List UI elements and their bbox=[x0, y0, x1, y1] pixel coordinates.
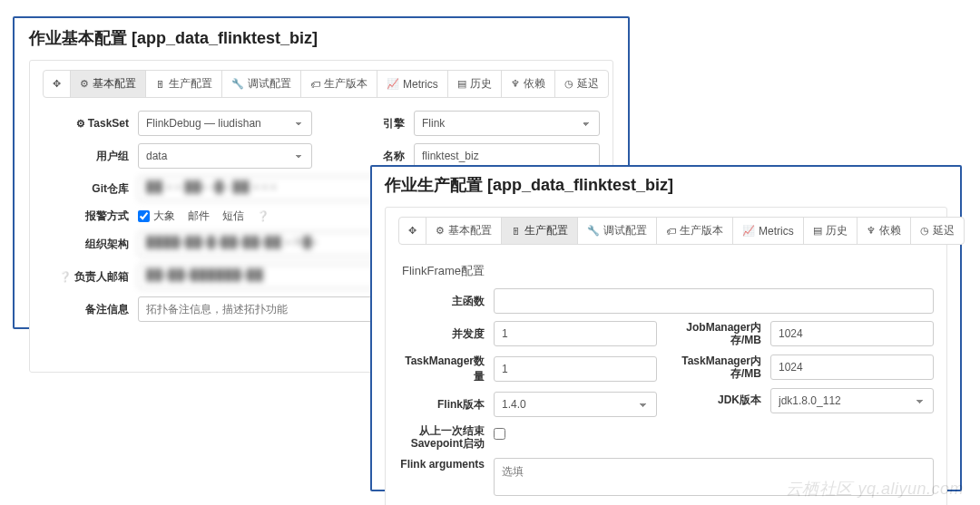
label-alarm: 报警方式 bbox=[43, 209, 138, 224]
label-tmcount: TaskManager数量 bbox=[398, 354, 494, 384]
tab-deps-label: 依赖 bbox=[524, 76, 545, 92]
args-input[interactable] bbox=[494, 458, 934, 496]
tab-basic-2[interactable]: ⚙基本配置 bbox=[426, 218, 502, 244]
sliders-icon: 🎚 bbox=[155, 79, 165, 90]
tab-delay-label: 延迟 bbox=[577, 76, 599, 92]
label-jdk: JDK版本 bbox=[675, 393, 770, 408]
wrench-icon: 🔧 bbox=[231, 78, 244, 90]
alarm-checks: 大象 邮件 短信 ❔ bbox=[138, 209, 270, 224]
tab-metrics[interactable]: 📈Metrics bbox=[377, 71, 448, 97]
help-icon: ❔ bbox=[59, 271, 72, 282]
tag-icon: 🏷 bbox=[310, 79, 320, 90]
parallel-input[interactable] bbox=[494, 321, 657, 346]
tab-move-2[interactable]: ✥ bbox=[399, 218, 426, 244]
help-icon[interactable]: ❔ bbox=[257, 210, 270, 222]
prod-config-title: 作业生产配置 [app_data_flinktest_biz] bbox=[385, 174, 947, 196]
tab-debug-2[interactable]: 🔧调试配置 bbox=[578, 218, 657, 244]
savepoint-checkbox[interactable] bbox=[494, 428, 505, 440]
label-engine: 引擎 bbox=[330, 116, 414, 131]
tab-delay[interactable]: ◷延迟 bbox=[555, 71, 608, 97]
tab-metrics-2[interactable]: 📈Metrics bbox=[733, 218, 804, 244]
tmcount-input[interactable] bbox=[494, 356, 657, 382]
taskset-select[interactable]: FlinkDebug — liudishan bbox=[138, 111, 312, 136]
alarm-mail[interactable]: 邮件 bbox=[188, 209, 210, 224]
jdk-select[interactable]: jdk1.8.0_112 bbox=[770, 388, 934, 413]
tab-version[interactable]: 🏷生产版本 bbox=[301, 71, 377, 97]
label-owner: ❔负责人邮箱 bbox=[43, 269, 138, 285]
tab-basic[interactable]: ⚙基本配置 bbox=[71, 71, 146, 97]
basic-form-row1: ⚙TaskSet FlinkDebug — liudishan 引擎 Flink bbox=[43, 111, 600, 143]
tab-history[interactable]: ▤历史 bbox=[448, 71, 502, 97]
label-parallel: 并发度 bbox=[398, 326, 494, 342]
tab-debug[interactable]: 🔧调试配置 bbox=[222, 71, 301, 97]
label-org: 组织架构 bbox=[43, 237, 138, 252]
tag-icon: 🏷 bbox=[666, 226, 676, 237]
usergroup-select[interactable]: data bbox=[138, 143, 312, 169]
tab-version-label: 生产版本 bbox=[324, 76, 368, 92]
tab-history-2[interactable]: ▤历史 bbox=[804, 218, 858, 244]
sliders-icon: 🎚 bbox=[511, 226, 521, 237]
sitemap-icon: ♆ bbox=[867, 225, 876, 237]
alarm-elephant[interactable]: 大象 bbox=[138, 209, 175, 224]
label-taskset: ⚙TaskSet bbox=[43, 117, 138, 130]
label-mainfn: 主函数 bbox=[398, 294, 494, 309]
flinkver-select[interactable]: 1.4.0 bbox=[494, 392, 657, 417]
chart-icon: 📈 bbox=[387, 78, 399, 90]
move-icon: ✥ bbox=[408, 225, 416, 237]
prod-config-panel: 作业生产配置 [app_data_flinktest_biz] ✥ ⚙基本配置 … bbox=[370, 165, 962, 491]
clock-icon: ◷ bbox=[564, 78, 573, 90]
flinkframe-section: FlinkFrame配置 bbox=[398, 257, 934, 288]
tab-deps[interactable]: ♆依赖 bbox=[502, 71, 555, 97]
book-icon: ▤ bbox=[813, 225, 822, 237]
tab-debug-label: 调试配置 bbox=[248, 76, 291, 92]
sitemap-icon: ♆ bbox=[511, 78, 520, 90]
clock-icon: ◷ bbox=[920, 225, 929, 237]
gear-icon: ⚙ bbox=[80, 78, 89, 90]
label-jmmem: JobManager内存/MB bbox=[675, 321, 770, 347]
label-git: Git仓库 bbox=[43, 181, 138, 197]
label-name: 名称 bbox=[330, 149, 414, 164]
chart-icon: 📈 bbox=[742, 225, 755, 237]
tab-prod-2[interactable]: 🎚生产配置 bbox=[502, 218, 578, 244]
tab-metrics-label: Metrics bbox=[403, 78, 438, 91]
label-tmmem: TaskManager内存/MB bbox=[675, 354, 770, 381]
prod-config-body: ✥ ⚙基本配置 🎚生产配置 🔧调试配置 🏷生产版本 📈Metrics ▤历史 ♆… bbox=[385, 207, 947, 505]
alarm-sms[interactable]: 短信 bbox=[222, 209, 244, 224]
tab-bar: ✥ ⚙基本配置 🎚生产配置 🔧调试配置 🏷生产版本 📈Metrics ▤历史 ♆… bbox=[43, 70, 609, 98]
mainfn-input[interactable] bbox=[494, 288, 934, 314]
gear-icon: ⚙ bbox=[436, 225, 445, 237]
tab-basic-label: 基本配置 bbox=[93, 76, 136, 92]
label-usergroup: 用户组 bbox=[43, 149, 138, 164]
tab-move[interactable]: ✥ bbox=[44, 71, 71, 97]
wrench-icon: 🔧 bbox=[587, 225, 600, 237]
tab-history-label: 历史 bbox=[470, 76, 492, 92]
label-remark: 备注信息 bbox=[43, 302, 138, 317]
label-savepoint: 从上一次结束Savepoint启动 bbox=[398, 424, 494, 451]
gear-icon: ⚙ bbox=[76, 118, 85, 129]
tab-bar-2: ✥ ⚙基本配置 🎚生产配置 🔧调试配置 🏷生产版本 📈Metrics ▤历史 ♆… bbox=[398, 217, 965, 245]
label-flinkver: Flink版本 bbox=[398, 397, 494, 413]
tab-delay-2[interactable]: ◷延迟 bbox=[911, 218, 964, 244]
tmmem-input[interactable] bbox=[770, 354, 934, 380]
engine-select[interactable]: Flink bbox=[414, 111, 600, 136]
basic-config-title: 作业基本配置 [app_data_flinktest_biz] bbox=[29, 27, 613, 49]
jmmem-input[interactable] bbox=[770, 321, 934, 346]
move-icon: ✥ bbox=[53, 78, 61, 90]
tab-prod-label: 生产配置 bbox=[169, 76, 212, 92]
label-args: Flink arguments bbox=[398, 458, 494, 471]
tab-deps-2[interactable]: ♆依赖 bbox=[858, 218, 911, 244]
tab-prod[interactable]: 🎚生产配置 bbox=[146, 71, 222, 97]
book-icon: ▤ bbox=[457, 78, 466, 90]
tab-version-2[interactable]: 🏷生产版本 bbox=[657, 218, 733, 244]
